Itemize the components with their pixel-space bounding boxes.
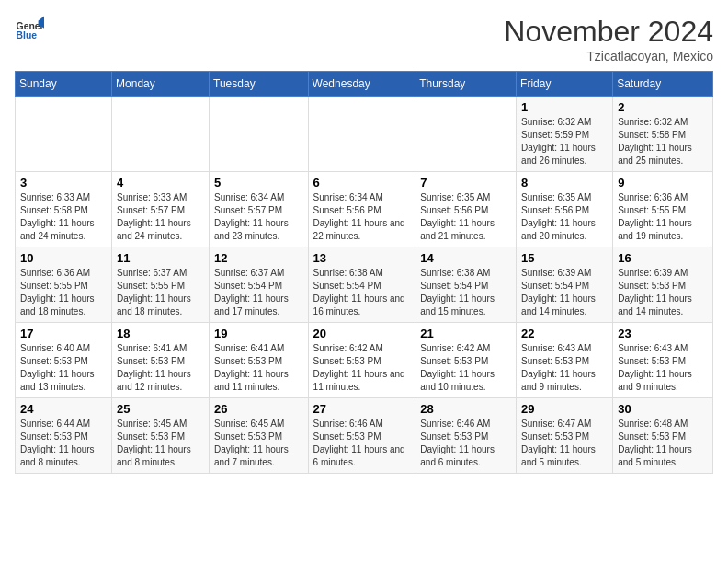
header-wednesday: Wednesday bbox=[308, 72, 415, 97]
day-info: Sunrise: 6:33 AM Sunset: 5:58 PM Dayligh… bbox=[20, 191, 107, 243]
day-info: Sunrise: 6:43 AM Sunset: 5:53 PM Dayligh… bbox=[618, 342, 708, 394]
day-number: 5 bbox=[214, 176, 303, 190]
week-row-4: 24Sunrise: 6:44 AM Sunset: 5:53 PM Dayli… bbox=[16, 398, 713, 474]
calendar-cell: 26Sunrise: 6:45 AM Sunset: 5:53 PM Dayli… bbox=[210, 398, 309, 474]
calendar-cell: 23Sunrise: 6:43 AM Sunset: 5:53 PM Dayli… bbox=[613, 323, 713, 398]
day-number: 8 bbox=[521, 176, 608, 190]
day-info: Sunrise: 6:46 AM Sunset: 5:53 PM Dayligh… bbox=[420, 418, 511, 469]
calendar-cell: 6Sunrise: 6:34 AM Sunset: 5:56 PM Daylig… bbox=[308, 172, 415, 247]
calendar-cell: 14Sunrise: 6:38 AM Sunset: 5:54 PM Dayli… bbox=[415, 247, 517, 323]
day-number: 16 bbox=[618, 251, 708, 265]
day-info: Sunrise: 6:38 AM Sunset: 5:54 PM Dayligh… bbox=[313, 267, 411, 318]
calendar-cell bbox=[112, 97, 210, 172]
day-number: 3 bbox=[20, 176, 107, 190]
day-number: 29 bbox=[521, 402, 608, 416]
day-info: Sunrise: 6:42 AM Sunset: 5:53 PM Dayligh… bbox=[313, 342, 411, 394]
header-tuesday: Tuesday bbox=[210, 72, 309, 97]
day-info: Sunrise: 6:44 AM Sunset: 5:53 PM Dayligh… bbox=[20, 418, 107, 469]
day-info: Sunrise: 6:48 AM Sunset: 5:53 PM Dayligh… bbox=[618, 418, 708, 469]
day-number: 11 bbox=[117, 251, 204, 265]
calendar-cell: 7Sunrise: 6:35 AM Sunset: 5:56 PM Daylig… bbox=[415, 172, 517, 247]
calendar-cell: 9Sunrise: 6:36 AM Sunset: 5:55 PM Daylig… bbox=[613, 172, 713, 247]
day-info: Sunrise: 6:36 AM Sunset: 5:55 PM Dayligh… bbox=[618, 191, 708, 243]
day-number: 19 bbox=[214, 327, 303, 340]
calendar-cell: 5Sunrise: 6:34 AM Sunset: 5:57 PM Daylig… bbox=[210, 172, 309, 247]
day-number: 13 bbox=[313, 251, 411, 265]
calendar-header-row: SundayMondayTuesdayWednesdayThursdayFrid… bbox=[16, 72, 713, 97]
week-row-0: 1Sunrise: 6:32 AM Sunset: 5:59 PM Daylig… bbox=[16, 97, 713, 172]
calendar-cell: 11Sunrise: 6:37 AM Sunset: 5:55 PM Dayli… bbox=[112, 247, 210, 323]
calendar-cell bbox=[308, 97, 415, 172]
calendar-cell: 8Sunrise: 6:35 AM Sunset: 5:56 PM Daylig… bbox=[517, 172, 613, 247]
day-number: 12 bbox=[214, 251, 303, 265]
calendar-cell: 10Sunrise: 6:36 AM Sunset: 5:55 PM Dayli… bbox=[16, 247, 112, 323]
day-number: 1 bbox=[521, 100, 608, 114]
day-info: Sunrise: 6:38 AM Sunset: 5:54 PM Dayligh… bbox=[420, 267, 511, 318]
header-sunday: Sunday bbox=[16, 72, 112, 97]
page-header: General Blue November 2024 Tzicatlacoyan… bbox=[15, 15, 713, 63]
week-row-1: 3Sunrise: 6:33 AM Sunset: 5:58 PM Daylig… bbox=[16, 172, 713, 247]
calendar-cell: 20Sunrise: 6:42 AM Sunset: 5:53 PM Dayli… bbox=[308, 323, 415, 398]
day-number: 30 bbox=[618, 402, 708, 416]
day-info: Sunrise: 6:39 AM Sunset: 5:54 PM Dayligh… bbox=[521, 267, 608, 318]
day-info: Sunrise: 6:46 AM Sunset: 5:53 PM Dayligh… bbox=[313, 418, 411, 469]
calendar-cell: 4Sunrise: 6:33 AM Sunset: 5:57 PM Daylig… bbox=[112, 172, 210, 247]
day-number: 4 bbox=[117, 176, 204, 190]
day-info: Sunrise: 6:34 AM Sunset: 5:57 PM Dayligh… bbox=[214, 191, 303, 243]
day-info: Sunrise: 6:37 AM Sunset: 5:54 PM Dayligh… bbox=[214, 267, 303, 318]
calendar-cell: 15Sunrise: 6:39 AM Sunset: 5:54 PM Dayli… bbox=[517, 247, 613, 323]
logo: General Blue bbox=[15, 15, 44, 44]
day-number: 21 bbox=[420, 327, 511, 340]
day-number: 18 bbox=[117, 327, 204, 340]
day-number: 15 bbox=[521, 251, 608, 265]
day-info: Sunrise: 6:40 AM Sunset: 5:53 PM Dayligh… bbox=[20, 342, 107, 394]
day-number: 26 bbox=[214, 402, 303, 416]
calendar-cell: 17Sunrise: 6:40 AM Sunset: 5:53 PM Dayli… bbox=[16, 323, 112, 398]
day-number: 25 bbox=[117, 402, 204, 416]
header-thursday: Thursday bbox=[415, 72, 517, 97]
day-number: 28 bbox=[420, 402, 511, 416]
header-saturday: Saturday bbox=[613, 72, 713, 97]
location: Tzicatlacoyan, Mexico bbox=[504, 49, 713, 63]
day-number: 10 bbox=[20, 251, 107, 265]
week-row-2: 10Sunrise: 6:36 AM Sunset: 5:55 PM Dayli… bbox=[16, 247, 713, 323]
calendar-cell: 1Sunrise: 6:32 AM Sunset: 5:59 PM Daylig… bbox=[517, 97, 613, 172]
calendar-cell: 2Sunrise: 6:32 AM Sunset: 5:58 PM Daylig… bbox=[613, 97, 713, 172]
calendar-cell: 25Sunrise: 6:45 AM Sunset: 5:53 PM Dayli… bbox=[112, 398, 210, 474]
day-number: 27 bbox=[313, 402, 411, 416]
day-info: Sunrise: 6:43 AM Sunset: 5:53 PM Dayligh… bbox=[521, 342, 608, 394]
day-number: 22 bbox=[521, 327, 608, 340]
day-number: 17 bbox=[20, 327, 107, 340]
day-info: Sunrise: 6:45 AM Sunset: 5:53 PM Dayligh… bbox=[214, 418, 303, 469]
calendar-cell: 28Sunrise: 6:46 AM Sunset: 5:53 PM Dayli… bbox=[415, 398, 517, 474]
day-number: 24 bbox=[20, 402, 107, 416]
logo-icon: General Blue bbox=[15, 15, 44, 44]
day-number: 14 bbox=[420, 251, 511, 265]
day-info: Sunrise: 6:47 AM Sunset: 5:53 PM Dayligh… bbox=[521, 418, 608, 469]
day-info: Sunrise: 6:41 AM Sunset: 5:53 PM Dayligh… bbox=[117, 342, 204, 394]
day-info: Sunrise: 6:35 AM Sunset: 5:56 PM Dayligh… bbox=[521, 191, 608, 243]
week-row-3: 17Sunrise: 6:40 AM Sunset: 5:53 PM Dayli… bbox=[16, 323, 713, 398]
header-monday: Monday bbox=[112, 72, 210, 97]
calendar-cell: 27Sunrise: 6:46 AM Sunset: 5:53 PM Dayli… bbox=[308, 398, 415, 474]
calendar-cell: 29Sunrise: 6:47 AM Sunset: 5:53 PM Dayli… bbox=[517, 398, 613, 474]
calendar-cell: 18Sunrise: 6:41 AM Sunset: 5:53 PM Dayli… bbox=[112, 323, 210, 398]
calendar-table: SundayMondayTuesdayWednesdayThursdayFrid… bbox=[15, 71, 713, 474]
calendar-cell: 12Sunrise: 6:37 AM Sunset: 5:54 PM Dayli… bbox=[210, 247, 309, 323]
day-info: Sunrise: 6:32 AM Sunset: 5:59 PM Dayligh… bbox=[521, 116, 608, 167]
day-number: 6 bbox=[313, 176, 411, 190]
calendar-cell bbox=[210, 97, 309, 172]
calendar-cell: 24Sunrise: 6:44 AM Sunset: 5:53 PM Dayli… bbox=[16, 398, 112, 474]
title-area: November 2024 Tzicatlacoyan, Mexico bbox=[504, 15, 713, 63]
day-info: Sunrise: 6:36 AM Sunset: 5:55 PM Dayligh… bbox=[20, 267, 107, 318]
calendar-cell bbox=[16, 97, 112, 172]
calendar-cell: 21Sunrise: 6:42 AM Sunset: 5:53 PM Dayli… bbox=[415, 323, 517, 398]
day-number: 20 bbox=[313, 327, 411, 340]
day-info: Sunrise: 6:34 AM Sunset: 5:56 PM Dayligh… bbox=[313, 191, 411, 243]
day-info: Sunrise: 6:42 AM Sunset: 5:53 PM Dayligh… bbox=[420, 342, 511, 394]
calendar-cell: 13Sunrise: 6:38 AM Sunset: 5:54 PM Dayli… bbox=[308, 247, 415, 323]
month-title: November 2024 bbox=[504, 15, 713, 49]
calendar-cell: 30Sunrise: 6:48 AM Sunset: 5:53 PM Dayli… bbox=[613, 398, 713, 474]
day-info: Sunrise: 6:45 AM Sunset: 5:53 PM Dayligh… bbox=[117, 418, 204, 469]
calendar-cell bbox=[415, 97, 517, 172]
